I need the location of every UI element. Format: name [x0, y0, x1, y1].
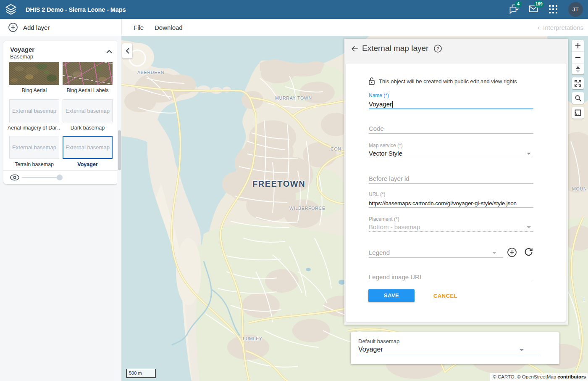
cancel-button[interactable]: CANCEL	[433, 293, 457, 299]
legend-placeholder: Legend	[369, 249, 390, 256]
legend-dropdown-icon[interactable]	[492, 252, 496, 254]
dialog-title: External map layer	[362, 44, 428, 53]
text-cursor	[392, 101, 393, 108]
messages-badge: 4	[515, 1, 522, 8]
external-basemap-thumbnail[interactable]: External basemap	[63, 99, 113, 122]
basemap-item-dark-basemap[interactable]: External basemap Dark basemap	[63, 99, 113, 131]
sidebar-collapse-button[interactable]	[122, 43, 132, 58]
interpretations-toggle[interactable]: ‹ Interpretations	[537, 24, 583, 31]
save-button[interactable]: SAVE	[368, 289, 415, 302]
map-label-l: L	[583, 297, 586, 302]
layers-sidebar: Voyager Basemap Bing Aerial Bing Aerial …	[0, 36, 121, 381]
mail-badge: 169	[534, 1, 544, 8]
refresh-icon[interactable]	[524, 248, 533, 257]
add-layer-button[interactable]: Add layer	[8, 22, 50, 32]
basemap-item-bing-aerial[interactable]: Bing Aerial	[9, 62, 59, 93]
opacity-slider-handle[interactable]	[57, 175, 63, 180]
help-icon[interactable]: ?	[434, 45, 442, 53]
zoom-in-button[interactable]	[572, 40, 584, 51]
attribution-links[interactable]: © CARTO, © OpenStreetMap	[493, 374, 556, 379]
map-service-value: Vector Style	[369, 150, 402, 157]
external-basemap-placeholder: External basemap	[12, 144, 56, 151]
bing-aerial-labels-thumbnail[interactable]	[63, 62, 113, 85]
before-layer-placeholder: Before layer id	[369, 175, 410, 182]
legend-image-url-placeholder: Legend image URL	[369, 273, 423, 280]
map-service-label: Map service (*)	[369, 143, 533, 148]
ruler-icon	[575, 109, 581, 116]
menu-file[interactable]: File	[134, 24, 144, 31]
basemap-label: Aerial imagery of Dar…	[8, 125, 61, 131]
map-service-select[interactable]: Vector Style	[369, 150, 533, 157]
basemap-item-voyager[interactable]: External basemap Voyager	[63, 136, 113, 167]
chevron-up-icon[interactable]	[106, 50, 112, 53]
legend-image-url-input[interactable]: Legend image URL	[369, 273, 533, 281]
name-value: Voyager	[369, 101, 392, 108]
name-input[interactable]: Voyager	[369, 101, 533, 108]
app-header: DHIS 2 Demo - Sierra Leone - Maps 4 169 …	[0, 0, 588, 19]
map-scale-text: 500 m	[129, 370, 142, 376]
minus-icon	[575, 55, 581, 61]
bing-aerial-thumbnail[interactable]	[9, 62, 59, 85]
default-basemap-card: Default basemap Voyager	[351, 332, 559, 364]
reset-bearing-button[interactable]	[572, 64, 584, 75]
avatar[interactable]: JT	[568, 2, 583, 17]
fullscreen-button[interactable]	[572, 77, 584, 89]
default-basemap-label: Default basemap	[358, 338, 399, 344]
dhis2-logo-icon[interactable]	[5, 3, 17, 16]
add-legend-icon[interactable]	[507, 247, 517, 257]
default-basemap-select[interactable]: Voyager	[358, 346, 383, 353]
basemap-label: Terrain basemap	[8, 161, 61, 167]
basemap-visibility-row	[3, 171, 118, 184]
code-placeholder: Code	[369, 125, 384, 132]
menu-bar: Add layer File Download ‹ Interpretation…	[0, 19, 588, 36]
chevron-left-icon	[126, 48, 129, 54]
mail-button[interactable]: 169	[528, 4, 540, 15]
app-title: DHIS 2 Demo - Sierra Leone - Maps	[26, 6, 126, 13]
external-basemap-thumbnail-selected[interactable]: External basemap	[63, 136, 113, 159]
external-layer-form: This object will be created with public …	[346, 64, 566, 322]
url-label: URL (*)	[369, 191, 533, 197]
back-arrow-icon[interactable]	[351, 45, 359, 53]
legend-select[interactable]: Legend	[369, 249, 503, 257]
external-basemap-thumbnail[interactable]: External basemap	[9, 99, 59, 122]
placement-label: Placement (*)	[369, 216, 533, 222]
sidebar-scrollbar-thumb[interactable]	[118, 130, 121, 170]
apps-button[interactable]	[549, 5, 560, 16]
external-basemap-placeholder: External basemap	[66, 108, 110, 114]
interpretations-label: Interpretations	[543, 24, 583, 31]
external-basemap-placeholder: External basemap	[66, 144, 110, 151]
messages-button[interactable]: 4	[509, 4, 521, 15]
basemap-label: Bing Aerial	[8, 87, 61, 93]
map-label-murray-town: MURRAY TOWN	[275, 95, 312, 101]
map-service-dropdown-icon[interactable]	[527, 153, 531, 155]
map-label-moun: MOUN	[572, 186, 587, 191]
basemap-item-bing-aerial-labels[interactable]: Bing Aerial Labels	[63, 62, 113, 93]
opacity-slider[interactable]	[22, 177, 62, 178]
placement-dropdown-icon[interactable]	[527, 226, 531, 228]
menu-download[interactable]: Download	[155, 24, 183, 31]
default-basemap-dropdown-icon[interactable]	[520, 349, 524, 351]
public-rights-notice: This object will be created with public …	[369, 77, 517, 85]
external-basemap-placeholder: External basemap	[12, 108, 56, 114]
placement-select[interactable]: Bottom - basemap	[369, 223, 533, 231]
public-rights-text: This object will be created with public …	[379, 78, 517, 85]
external-map-layer-dialog: External map layer ? This object will be…	[344, 39, 568, 325]
url-input[interactable]: https://basemaps.cartocdn.com/gl/voyager…	[369, 199, 533, 207]
external-basemap-thumbnail[interactable]: External basemap	[9, 136, 59, 159]
measure-button[interactable]	[572, 107, 584, 119]
map-search-button[interactable]	[572, 92, 584, 104]
zoom-out-button[interactable]	[572, 52, 584, 63]
map-label-freetown: FREETOWN	[252, 179, 305, 189]
basemap-item-aerial-imagery-dar[interactable]: External basemap Aerial imagery of Dar…	[9, 99, 59, 131]
sidebar-scrollbar[interactable]	[117, 36, 121, 381]
attribution-suffix: contributors	[557, 374, 586, 379]
visibility-eye-icon[interactable]	[9, 172, 20, 183]
map-attribution: © CARTO, © OpenStreetMap contributors	[490, 373, 588, 381]
map-label-lumley: LUMLEY	[243, 336, 262, 341]
map-label-con: CON	[331, 146, 341, 151]
basemap-label-selected: Voyager	[61, 161, 114, 167]
code-input[interactable]: Code	[369, 125, 533, 132]
before-layer-input[interactable]: Before layer id	[369, 175, 533, 183]
map-label-wilberforce: WILBERFORCE	[289, 206, 326, 211]
basemap-item-terrain-basemap[interactable]: External basemap Terrain basemap	[9, 136, 59, 167]
